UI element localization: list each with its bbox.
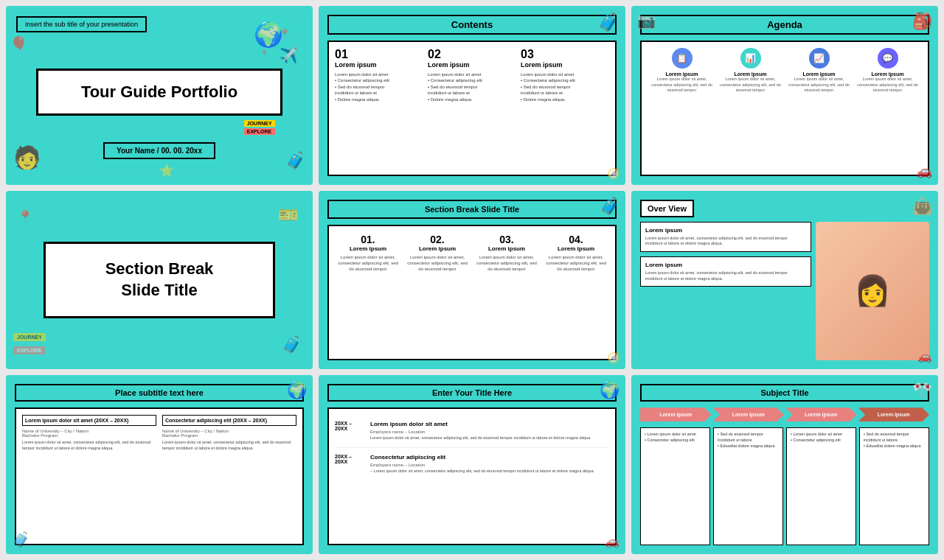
explore-label: EXPLORE	[244, 128, 275, 135]
arrow-3: Lorem ipsum	[785, 407, 857, 421]
section-break-header: Section Break Slide Title	[327, 200, 617, 219]
suitcase-icon: 🧳	[285, 151, 305, 170]
overview-box-text-1: Lorem ipsum dolor sit amet, consectetur …	[645, 236, 806, 247]
subtitle-box: Insert the sub title of your presentatio…	[16, 16, 147, 32]
enter-detail-2: Consectetur adipiscing elit Employers na…	[370, 454, 609, 475]
agenda-circle-4: 💬	[878, 48, 898, 69]
slide-5: 🧳 Section Break Slide Title 01. Lorem ip…	[319, 191, 625, 370]
luggage-deco: 🧳	[600, 197, 620, 216]
subject-cell-text-3: • Lorem ipsum dolor sit amet• Consectetu…	[791, 432, 852, 443]
car-deco6: 🚗	[917, 349, 932, 363]
slide-4: 🎫 📍 Section Break Slide Title EXPLORE JO…	[6, 191, 313, 370]
globe-icon: 🌍	[254, 21, 283, 49]
section-col-title-1: Lorem ipsum	[336, 245, 400, 252]
agenda-text-3: Lorem ipsum dolor sit amet, consectetur …	[785, 77, 853, 94]
enter-date-2: 20XX –20XX	[335, 454, 364, 464]
globe-deco8: 🌍	[600, 381, 620, 400]
agenda-title-4: Lorem ipsum	[853, 71, 922, 77]
subject-cell-text-1: • Lorem ipsum dolor sit amet• Consectetu…	[645, 432, 706, 443]
enter-row-1: 20XX –20XX Lorem ipsum dolor sit amet Em…	[335, 415, 609, 448]
main-title: Tour Guide Portfolio	[53, 83, 265, 102]
overview-left: Lorem ipsum Lorem ipsum dolor sit amet, …	[640, 222, 811, 361]
compass-deco: 🧭	[607, 167, 620, 179]
overview-box-text-2: Lorem ipsum dolor sit amet, consectetur …	[645, 270, 806, 281]
content-label-3: Lorem ipsum	[521, 61, 609, 69]
enter-detail-title-1: Lorem ipsum dolor sit amet	[370, 421, 609, 427]
subject-cell-3: • Lorem ipsum dolor sit amet• Consectetu…	[786, 427, 856, 545]
place-col-1: Lorem ipsum dolor sit amet (20XX – 20XX)…	[22, 415, 156, 538]
subject-cell-1: • Lorem ipsum dolor sit amet• Consectetu…	[640, 427, 710, 545]
compass-deco5: 🧭	[607, 351, 620, 363]
car-deco8: 🚗	[605, 534, 620, 548]
section-break-title-area: Section Break Slide Title	[44, 242, 275, 318]
section-col-1: 01. Lorem ipsum Lorem ipsum dolor sit am…	[336, 234, 400, 273]
section-col-4: 04. Lorem ipsum Lorem ipsum dolor sit am…	[544, 234, 608, 273]
section-col-num-4: 04.	[544, 234, 608, 245]
overview-box-1: Lorem ipsum Lorem ipsum dolor sit amet, …	[640, 222, 811, 252]
section-col-title-3: Lorem ipsum	[475, 245, 538, 252]
enter-detail-text-2: – Lorem ipsum dolor sit amet, consectetu…	[370, 469, 609, 475]
slide-9: 🎌 Subject Title Lorem ipsum Lorem ipsum …	[631, 375, 938, 554]
section-break-body: 01. Lorem ipsum Lorem ipsum dolor sit am…	[327, 225, 617, 361]
content-col-1: 01 Lorem ipsum Lorem ipsum dolor sit ame…	[335, 48, 423, 169]
place-col-text-1: Lorem ipsum dolor sit amet, consectetur …	[22, 440, 156, 451]
subject-cell-text-2: • Sed do eiusmod tempor Incididunt ut la…	[718, 432, 779, 449]
slide-3: 📷 🎒 Agenda 📋 Lorem ipsum Lorem ipsum dol…	[631, 6, 938, 185]
agenda-text-2: Lorem ipsum dolor sit amet, consectetur …	[716, 77, 785, 94]
arrow-2: Lorem ipsum	[713, 407, 785, 421]
section-col-title-2: Lorem ipsum	[406, 245, 469, 252]
section-col-text-1: Lorem ipsum dolor sit amet, consectetur …	[336, 254, 400, 273]
agenda-item-2: 📊 Lorem ipsum Lorem ipsum dolor sit amet…	[716, 48, 785, 94]
subject-cell-2: • Sed do eiusmod tempor Incididunt ut la…	[713, 427, 783, 545]
subject-arrows: Lorem ipsum Lorem ipsum Lorem ipsum Lore…	[640, 407, 929, 421]
slide-8: 🌍 Enter Your Title Here 20XX –20XX Lorem…	[319, 375, 625, 554]
overview-box-2: Lorem ipsum Lorem ipsum dolor sit amet, …	[640, 256, 811, 287]
content-col-3: 03 Lorem ipsum Lorem ipsum dolor sit ame…	[521, 48, 609, 169]
content-num-2: 02	[428, 48, 516, 61]
section-col-num-3: 03.	[475, 234, 538, 245]
content-num-3: 03	[521, 48, 609, 61]
section-col-title-4: Lorem ipsum	[544, 245, 608, 252]
arrow-1: Lorem ipsum	[640, 407, 712, 421]
bag-deco: 🎒	[912, 12, 932, 31]
place-col-2: Consectetur adipiscing elit (20XX – 20XX…	[162, 415, 296, 538]
agenda-circle-3: 📈	[809, 48, 830, 69]
agenda-text-4: Lorem ipsum dolor sit amet, consectetur …	[853, 77, 922, 94]
camera-deco: 📷	[637, 12, 656, 29]
suitcase-deco7: 🧳	[12, 531, 30, 548]
slide-7: 🌍 Place subtitle text here Lorem ipsum d…	[6, 375, 313, 554]
enter-row-2: 20XX –20XX Consectetur adipiscing elit E…	[335, 448, 609, 480]
title-area: Tour Guide Portfolio	[36, 69, 282, 116]
journey-label: JOURNEY	[244, 120, 275, 127]
slide-2: 🧳 Contents 01 Lorem ipsum Lorem ipsum do…	[319, 6, 625, 185]
content-label-1: Lorem ipsum	[335, 61, 423, 69]
agenda-text-1: Lorem ipsum dolor sit amet, consectetur …	[648, 77, 716, 94]
agenda-circle-1: 📋	[672, 48, 693, 69]
bags-deco6: 👜	[912, 197, 932, 216]
place-col-sub-2: Name of University – City / NationBachel…	[162, 429, 296, 438]
journey-badge: JOURNEY	[13, 333, 46, 341]
map-pin-icon-2: 📍	[260, 50, 268, 58]
overview-box-title-1: Lorem ipsum	[645, 227, 806, 234]
overview-photo: 👩	[816, 222, 929, 361]
enter-detail-1: Lorem ipsum dolor sit amet Employers nam…	[370, 421, 609, 441]
section-col-num-2: 02.	[406, 234, 469, 245]
section-col-2: 02. Lorem ipsum Lorem ipsum dolor sit am…	[406, 234, 469, 273]
content-num-1: 01	[335, 48, 423, 61]
section-col-text-4: Lorem ipsum dolor sit amet, consectetur …	[544, 254, 608, 273]
agenda-item-3: 📈 Lorem ipsum Lorem ipsum dolor sit amet…	[785, 48, 853, 94]
balloons-icon: 🎈	[10, 35, 28, 53]
agenda-title-1: Lorem ipsum	[648, 71, 716, 77]
content-text-1: Lorem ipsum dolor sit amet• Consectetur …	[335, 71, 423, 102]
person-photo-icon: 👩	[854, 273, 891, 308]
plane-icon: ✈️	[280, 46, 298, 64]
tickets-deco: 🎫	[278, 206, 298, 225]
place-header: Place subtitle text here	[15, 384, 304, 402]
suitcase-deco: 🧳	[597, 12, 620, 32]
section-col-text-3: Lorem ipsum dolor sit amet, consectetur …	[475, 254, 538, 273]
section-break-container: Section Break Slide Title	[44, 242, 275, 318]
slide-1: Insert the sub title of your presentatio…	[6, 6, 313, 185]
star-icon: ⭐	[159, 164, 174, 178]
arrow-4: Lorem ipsum	[858, 407, 930, 421]
agenda-icons: 📋 Lorem ipsum Lorem ipsum dolor sit amet…	[648, 48, 922, 94]
